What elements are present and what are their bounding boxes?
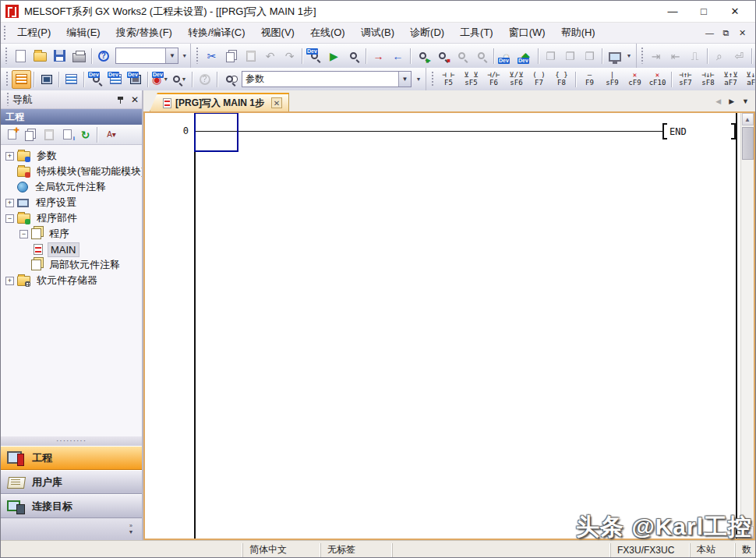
toolbar-overflow-button[interactable]: ▼ [181,53,188,59]
monitor-stop-button[interactable]: ■ [433,47,452,65]
copy-object-button[interactable] [21,126,39,143]
tab-list-icon[interactable]: ▼ [742,97,749,105]
help-button[interactable]: ? [94,47,113,65]
tab-scroll-right-icon[interactable]: ▶ [729,97,734,105]
coil-button[interactable]: ( )F7 [528,69,550,89]
application-instruction-button[interactable]: { }F8 [550,69,573,89]
chevron-down-icon[interactable]: ▼ [165,48,178,63]
refresh-button[interactable]: ↻ [76,126,94,143]
debug-step-button[interactable]: ⇥ [646,47,666,65]
panel-splitter[interactable]: ········· [1,436,142,446]
watch-stop-button[interactable] [472,47,491,65]
expand-icon[interactable]: − [5,214,14,223]
task-list-button[interactable] [62,70,81,89]
debug-pulse-button[interactable]: ⎍ [685,47,705,65]
delete-horizontal-line-button[interactable]: ✕cF9 [624,69,646,89]
read-from-plc-button[interactable]: ← [388,47,408,65]
expand-icon[interactable]: + [5,199,14,207]
tree-item-local-comment[interactable]: 局部软元件注释 [4,257,142,273]
toolbar-grip[interactable] [195,48,199,63]
tree-item-program[interactable]: − 程序 [4,226,142,242]
window-jump-button[interactable]: ❐ [580,47,599,65]
tree-item-special-module[interactable]: 特殊模块(智能功能模块) [4,164,142,179]
nav-overflow-button[interactable]: » ▼ [125,523,137,535]
debug-break-button[interactable]: ⇤ [666,47,685,65]
toolbar-grip[interactable] [5,72,9,87]
toolbar-grip[interactable] [641,48,643,63]
tree-item-device-memory[interactable]: + 软元件存储器 [4,273,142,288]
ladder-cursor[interactable] [194,112,238,152]
scroll-up-icon[interactable]: ▲ [742,113,754,125]
open-project-button[interactable] [30,47,50,65]
nav-button-user-library[interactable]: 用户库 [1,470,142,494]
print-button[interactable] [69,47,89,65]
device-display-button[interactable]: ●Dev [496,47,516,65]
menu-view[interactable]: 视图(V) [253,23,302,42]
menu-project[interactable]: 工程(P) [9,23,58,42]
watch-window-button[interactable]: ◉Dev▼ [150,70,170,89]
write-to-plc-button[interactable]: → [369,47,388,65]
find-button[interactable] [220,70,239,89]
copy-button[interactable] [221,47,241,65]
closed-contact-button[interactable]: ⊣/⊢F6 [482,69,505,89]
standard-combo[interactable]: ▼ [115,48,178,64]
save-project-button[interactable] [50,47,69,65]
sort-button[interactable]: A▾ [100,126,123,143]
paste-object-button[interactable] [39,126,58,143]
window-next-button[interactable]: ❐ [560,47,580,65]
tree-item-main[interactable]: MAIN [4,242,142,257]
module-configuration-button[interactable] [37,70,56,89]
closed-branch-button[interactable]: ⊻/⊻sF6 [505,69,528,89]
cross-reference-button[interactable]: ▼ [170,70,189,89]
chevron-down-icon[interactable]: ▼ [182,76,187,82]
chevron-down-icon[interactable]: ▼ [163,76,168,82]
falling-pulse-button[interactable]: ⊣↓⊢sF8 [697,69,719,89]
panel-grip[interactable] [5,93,9,105]
watch-start-button[interactable] [452,47,472,65]
context-help-button[interactable]: ? [195,70,214,89]
mdi-restore-button[interactable]: ⧉ [718,26,734,40]
remote-operation-button[interactable] [605,47,624,65]
menubar-grip[interactable] [2,26,6,40]
pin-icon[interactable] [117,95,125,104]
toolbar-overflow-button[interactable]: ▼ [414,76,423,83]
scrollbar-thumb[interactable] [742,127,754,160]
device-monitor-button[interactable]: ▶ [324,47,344,65]
undo-button[interactable]: ↶ [260,47,280,65]
debug-search-button[interactable]: ⌕ [710,47,730,65]
menu-edit[interactable]: 编辑(E) [58,23,108,42]
maximize-button[interactable]: □ [688,2,719,21]
property-button[interactable]: i [58,126,76,143]
new-project-button[interactable] [11,47,30,65]
debug-jump-button[interactable]: ⏎ [730,47,749,65]
menu-convert-compile[interactable]: 转换/编译(C) [180,23,253,42]
mdi-minimize-button[interactable]: — [701,26,718,40]
delete-vertical-line-button[interactable]: ✕cF10 [646,69,669,89]
menu-window[interactable]: 窗口(W) [501,23,553,42]
new-object-button[interactable]: ✚ [3,126,21,143]
paste-button[interactable] [241,47,260,65]
window-previous-button[interactable]: ❐ [541,47,560,65]
mdi-close-button[interactable]: ✕ [734,26,751,40]
find-target-combo[interactable]: 参数 ▼ [242,71,412,87]
device-comment-button[interactable]: Dev [87,70,106,89]
rising-pulse-branch-button[interactable]: ⊻↑⊻aF7 [719,69,742,89]
close-button[interactable]: ✕ [719,2,751,21]
rising-pulse-button[interactable]: ⊣↑⊢sF7 [674,69,697,89]
expand-icon[interactable]: + [5,152,14,161]
expand-icon[interactable]: + [5,277,14,285]
menu-diagnostics[interactable]: 诊断(D) [402,23,452,42]
tab-main-program[interactable]: [PRG]写入 MAIN 1步 ✕ [150,93,289,111]
device-find-button[interactable]: Dev [305,47,324,65]
falling-pulse-branch-button[interactable]: ⊻↓⊻aF8 [742,69,756,89]
nav-button-project[interactable]: 工程 [1,446,142,470]
open-branch-button[interactable]: ⊻ ⊻sF5 [460,69,482,89]
tree-item-parameter[interactable]: + 参数 [4,148,142,164]
tree-item-pou[interactable]: − 程序部件 [4,210,142,226]
expand-icon[interactable]: − [19,230,28,238]
monitor-start-button[interactable]: ▶ [413,47,433,65]
tree-item-program-setting[interactable]: + 程序设置 [4,195,142,210]
device-test-button[interactable] [344,47,363,65]
chevron-down-icon[interactable]: ▼ [398,72,411,87]
device-list-button[interactable]: Dev [106,70,125,89]
